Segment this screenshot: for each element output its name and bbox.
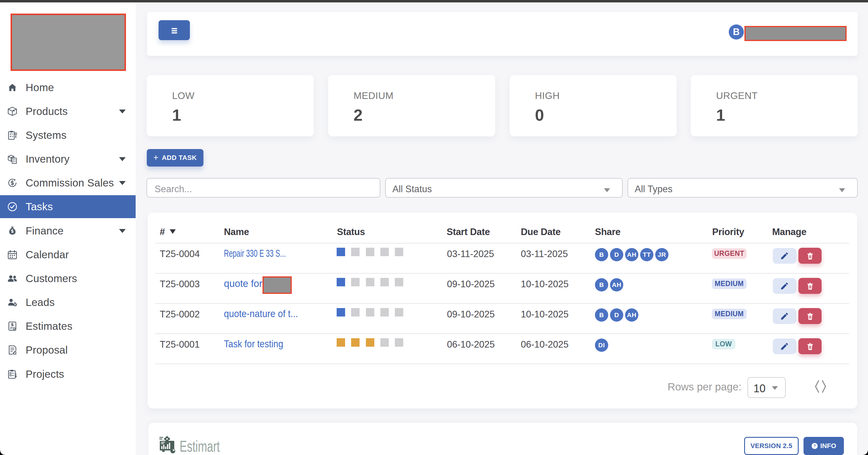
svg-text:?: ? (813, 444, 816, 448)
